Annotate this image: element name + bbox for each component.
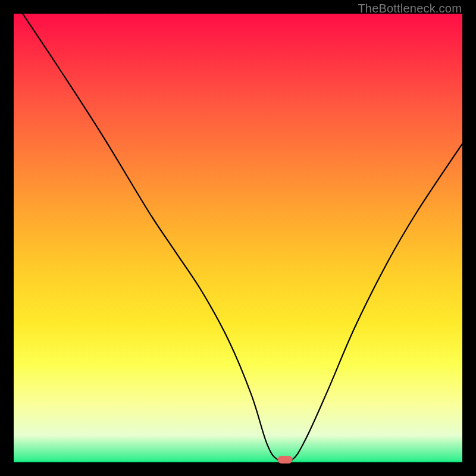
chart-container: TheBottleneck.com [0, 0, 476, 476]
curve-layer [14, 14, 462, 462]
optimal-point-marker [278, 456, 293, 463]
bottleneck-curve [23, 14, 462, 462]
plot-area [14, 14, 462, 462]
